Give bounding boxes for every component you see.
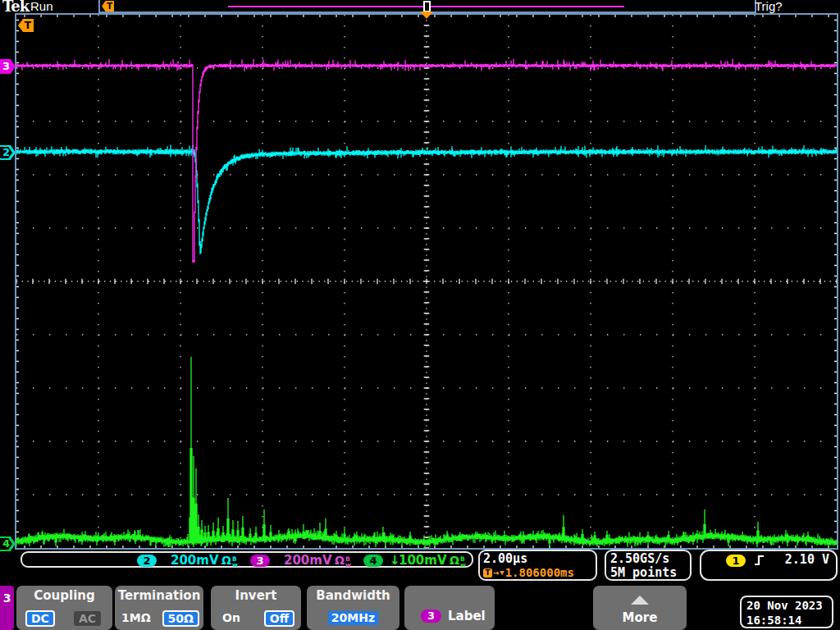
ch3-scale: 200mV xyxy=(284,553,332,568)
delay-readout: T→▼1.806000ms xyxy=(483,566,574,579)
coupling-title: Coupling xyxy=(16,589,112,603)
trigger-level-value: 2.10 V xyxy=(785,553,829,567)
time-value: 16:58:14 xyxy=(746,614,801,628)
datetime-display: 20 Nov 2023 16:58:14 xyxy=(740,596,833,628)
termination-50-option[interactable]: 50Ω xyxy=(162,610,199,627)
label-button[interactable]: 3 Label xyxy=(404,586,495,630)
trigger-status: Trig? xyxy=(755,0,783,13)
ch4-scale: 100mV xyxy=(399,553,447,568)
rising-slope-icon xyxy=(754,554,765,567)
ch4-impedance-bw-icon: ΩBw xyxy=(450,553,466,568)
graticule xyxy=(15,13,838,550)
ch3-reference-marker[interactable]: 3 xyxy=(0,59,16,74)
delay-arrow-icon: → xyxy=(493,567,499,578)
acquisition-status: Run xyxy=(30,0,53,13)
label-channel-badge: 3 xyxy=(421,609,441,623)
more-text: More xyxy=(593,611,687,625)
invert-button[interactable]: Invert On Off xyxy=(211,586,301,630)
trigger-readout: 1 2.10 V xyxy=(700,550,838,581)
record-length: 5M points xyxy=(610,566,677,580)
invert-title: Invert xyxy=(211,589,301,603)
ch2-reference-marker[interactable]: 2 xyxy=(0,145,16,160)
label-text: Label xyxy=(448,609,486,623)
invert-on-option[interactable]: On xyxy=(222,610,240,625)
sample-rate: 2.50GS/s xyxy=(610,552,669,566)
trigger-position-handle[interactable] xyxy=(423,1,431,12)
ch4-badge[interactable]: 4 xyxy=(363,555,383,567)
record-trigger-flag-icon: T xyxy=(102,1,114,11)
ch3-flag-label: 3 xyxy=(2,60,10,73)
ch3-badge[interactable]: 3 xyxy=(250,555,270,567)
timebase-value: 2.00µs xyxy=(483,552,527,566)
horizontal-readout: 2.00µs T→▼1.806000ms xyxy=(478,550,597,581)
coupling-dc-option[interactable]: DC xyxy=(25,610,55,627)
coupling-ac-option[interactable]: AC xyxy=(74,611,101,626)
trigger-source-badge: 1 xyxy=(726,555,746,567)
delay-marker-icon: ▼ xyxy=(500,566,504,579)
ch4-flag-label: 4 xyxy=(2,537,10,550)
termination-1m-option[interactable]: 1MΩ xyxy=(121,610,151,625)
acquisition-readout: 2.50GS/s 5M points xyxy=(605,550,692,581)
coupling-button[interactable]: Coupling DC AC xyxy=(16,586,112,630)
active-channel-tab[interactable]: 3 xyxy=(0,586,14,630)
ch2-impedance-bw-icon: ΩBw xyxy=(221,553,238,568)
more-up-arrow-icon xyxy=(631,596,649,605)
bandwidth-button[interactable]: Bandwidth 20MHz xyxy=(307,586,399,630)
ch4-reference-marker[interactable]: 4 xyxy=(0,536,16,551)
date-value: 20 Nov 2023 xyxy=(746,599,823,613)
bandwidth-value[interactable]: 20MHz xyxy=(328,611,378,625)
ch2-scale: 200mV xyxy=(171,553,219,568)
delay-value: 1.806000ms xyxy=(505,566,574,579)
delay-trigger-icon: T xyxy=(483,568,492,578)
termination-button[interactable]: Termination 1MΩ 50Ω xyxy=(115,586,203,630)
channel-readouts: 2 200mV ΩBw 3 200mV ΩBw 4 ↓ 100mV ΩBw xyxy=(21,551,473,568)
oscilloscope-screen: Tek Run T Trig? 3 2 4 T 2 200mV ΩBw 3 20… xyxy=(0,0,840,630)
more-button[interactable]: More xyxy=(593,586,687,630)
ch2-badge[interactable]: 2 xyxy=(137,555,157,567)
invert-off-option[interactable]: Off xyxy=(264,610,294,627)
waveform-display xyxy=(16,15,837,548)
ch3-impedance-bw-icon: ΩBw xyxy=(335,553,351,568)
termination-title: Termination xyxy=(115,589,203,603)
ch2-flag-label: 2 xyxy=(2,146,10,159)
trigger-position-icon[interactable] xyxy=(420,11,433,19)
bandwidth-title: Bandwidth xyxy=(307,589,399,603)
